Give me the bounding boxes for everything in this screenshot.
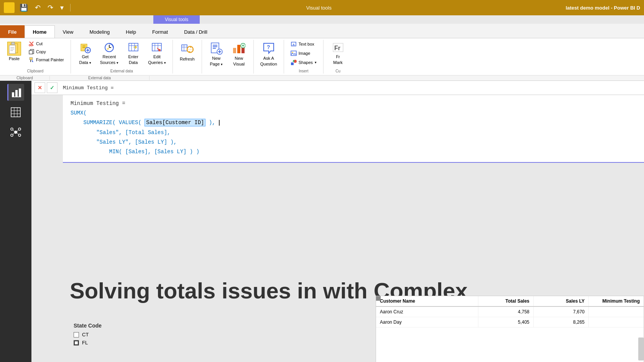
- paste-button[interactable]: Paste: [4, 40, 25, 63]
- filter-label-ct: CT: [82, 332, 89, 337]
- svg-text:A: A: [292, 43, 295, 46]
- redo-button[interactable]: ↷: [46, 3, 55, 13]
- scrollbar-thumb[interactable]: [638, 337, 644, 360]
- svg-rect-64: [15, 90, 18, 97]
- tab-data-drill[interactable]: Data / Drill: [176, 25, 215, 38]
- title-bar: 💾 ↶ ↷ ▾ Visual tools latest demo model -…: [0, 0, 644, 15]
- copy-icon: [29, 49, 34, 54]
- dax-editor[interactable]: Minimum Testing = SUMX( SUMMARIZE( VALUE…: [63, 95, 644, 163]
- svg-rect-58: [291, 62, 294, 65]
- formula-bar: ✕ ✓ Minimum Testing =: [31, 81, 644, 95]
- fr-mark-line2: Mark: [333, 60, 342, 65]
- svg-rect-1: [8, 5, 10, 11]
- tab-view[interactable]: View: [55, 25, 82, 38]
- insert-group-label: Insert: [299, 68, 308, 74]
- svg-rect-2: [11, 4, 13, 11]
- visual-tools-tab[interactable]: Visual tools: [153, 15, 200, 24]
- svg-point-75: [11, 134, 13, 136]
- canvas-area: Minimum Testing = SUMX( SUMMARIZE( VALUE…: [31, 95, 644, 362]
- main-content: ✕ ✓ Minimum Testing = Minimum Testing = …: [31, 81, 644, 362]
- col-sales-ly: Sales LY: [534, 296, 589, 306]
- undo-button[interactable]: ↶: [33, 3, 43, 13]
- tab-help[interactable]: Help: [118, 25, 144, 38]
- svg-rect-19: [82, 47, 85, 48]
- filter-panel: State Code CT FL: [70, 319, 146, 362]
- save-button[interactable]: 💾: [18, 3, 30, 13]
- cut-button[interactable]: Cut: [26, 40, 67, 48]
- dax-line-3: SUMMARIZE( VALUES( Sales[Customer ID] ),: [71, 118, 636, 128]
- network-icon: [10, 127, 21, 138]
- table-icon: [10, 107, 21, 118]
- edit-queries-line2: Queries ▾: [148, 60, 166, 65]
- svg-rect-5: [12, 42, 15, 44]
- table-row-0: Aaron Cruz 4,758 7,670: [376, 307, 644, 317]
- svg-rect-41: [213, 45, 217, 46]
- tab-file[interactable]: File: [0, 25, 25, 38]
- cell-ly-0: 7,670: [534, 307, 589, 317]
- ribbon: Paste Cut: [0, 38, 644, 81]
- scissors-icon: [29, 41, 34, 46]
- filter-label-fl: FL: [82, 340, 88, 346]
- sidebar-icon-network[interactable]: [7, 124, 24, 141]
- paste-label: Paste: [9, 56, 20, 61]
- recent-sources-button[interactable]: Recent Sources ▾: [97, 40, 121, 67]
- tab-modeling[interactable]: Modeling: [81, 25, 118, 38]
- image-button[interactable]: Image: [288, 49, 313, 57]
- svg-point-73: [11, 128, 13, 130]
- table-drag-handle[interactable]: [376, 296, 381, 301]
- formula-cancel-button[interactable]: ✕: [34, 82, 45, 93]
- new-page-button[interactable]: New Page ▾: [206, 40, 227, 68]
- title-bar-left: 💾 ↶ ↷ ▾: [4, 2, 72, 13]
- svg-point-12: [31, 44, 33, 46]
- ask-group: ? Ask A Question: [254, 40, 284, 74]
- external-data-label: External data: [110, 68, 133, 74]
- format-painter-button[interactable]: Format Painter: [26, 56, 67, 64]
- svg-line-77: [13, 130, 14, 131]
- external-data-items: Get Data ▾ Recent Sources ▾: [75, 40, 169, 67]
- get-data-button[interactable]: Get Data ▾: [75, 40, 96, 67]
- svg-rect-67: [11, 108, 20, 117]
- cell-ly-1: 8,265: [534, 317, 589, 327]
- fr-mark-button[interactable]: Fr Fr Mark: [327, 40, 348, 67]
- new-visual-icon: [232, 42, 245, 55]
- get-data-icon: [79, 42, 91, 53]
- tab-format[interactable]: Format: [144, 25, 176, 38]
- svg-text:?: ?: [267, 44, 270, 50]
- get-data-label2: Data ▾: [79, 60, 91, 65]
- recent-sources-line2: Sources ▾: [100, 60, 118, 65]
- enter-data-line1: Enter: [128, 54, 138, 59]
- clipboard-group-label: Clipboard: [27, 68, 43, 74]
- formula-content: Minimum Testing =: [63, 85, 114, 91]
- clipboard-small-buttons: Cut Copy: [26, 40, 67, 64]
- custom-group-label: Cu: [335, 68, 340, 74]
- checkbox-fl[interactable]: [74, 340, 79, 346]
- fr-mark-icon: Fr: [332, 42, 344, 53]
- enter-data-button[interactable]: Enter Data: [123, 40, 144, 67]
- refresh-button[interactable]: Refresh: [177, 40, 198, 63]
- filter-item-fl[interactable]: FL: [74, 340, 143, 346]
- svg-rect-15: [30, 57, 33, 60]
- ask-question-button[interactable]: ? Ask A Question: [258, 40, 280, 68]
- quick-access-dropdown[interactable]: ▾: [58, 3, 66, 13]
- checkbox-ct[interactable]: [74, 332, 79, 337]
- svg-rect-4: [9, 45, 15, 54]
- cell-name-0: Aaron Cruz: [376, 307, 478, 317]
- custom-group: Fr Fr Mark Cu: [324, 40, 352, 74]
- svg-rect-0: [5, 7, 7, 11]
- formula-confirm-button[interactable]: ✓: [47, 82, 58, 93]
- new-visual-button[interactable]: New Visual: [228, 40, 250, 68]
- tab-home[interactable]: Home: [25, 25, 54, 38]
- edit-queries-icon: [151, 42, 163, 53]
- sidebar-icon-chart[interactable]: [7, 84, 24, 101]
- text-box-button[interactable]: A Text box: [288, 40, 317, 48]
- enter-data-line2: Data: [129, 60, 138, 65]
- copy-button[interactable]: Copy: [26, 48, 67, 56]
- recent-sources-line1: Recent: [103, 54, 116, 59]
- edit-queries-line1: Edit: [153, 54, 161, 59]
- ribbon-tabs: File Home View Modeling Help Format Data…: [0, 24, 644, 38]
- sidebar-icon-table[interactable]: [7, 104, 24, 121]
- formula-text[interactable]: Minimum Testing =: [61, 84, 641, 92]
- filter-item-ct[interactable]: CT: [74, 332, 143, 337]
- shapes-button[interactable]: Shapes ▾: [288, 58, 319, 67]
- edit-queries-button[interactable]: Edit Queries ▾: [145, 40, 169, 67]
